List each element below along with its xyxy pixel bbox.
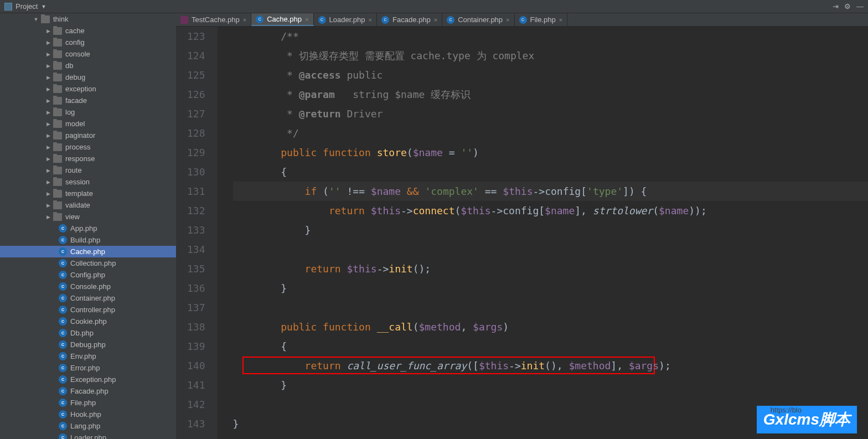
tree-file-Controller-php[interactable]: Controller.php xyxy=(0,304,176,316)
close-icon[interactable]: × xyxy=(559,17,562,23)
chevron-right-icon[interactable] xyxy=(45,28,51,34)
php-class-icon xyxy=(59,433,67,439)
tree-file-File-php[interactable]: File.php xyxy=(0,397,176,409)
chevron-right-icon[interactable] xyxy=(45,63,51,69)
minimize-icon[interactable]: — xyxy=(856,2,864,11)
tree-label: model xyxy=(65,120,85,128)
chevron-down-icon[interactable] xyxy=(33,17,39,22)
code-line-126[interactable]: * @param string $name 缓存标识 xyxy=(233,85,868,104)
code-line-139[interactable]: { xyxy=(233,337,868,356)
tree-file-Collection-php[interactable]: Collection.php xyxy=(0,257,176,269)
close-icon[interactable]: × xyxy=(305,16,308,23)
tree-folder-template[interactable]: template xyxy=(0,188,176,199)
tab-TestCache-php[interactable]: TestCache.php× xyxy=(176,13,251,26)
chevron-right-icon[interactable] xyxy=(45,86,51,92)
chevron-right-icon[interactable] xyxy=(45,75,51,80)
php-class-icon xyxy=(59,352,67,360)
tree-folder-route[interactable]: route xyxy=(0,164,176,176)
code-line-137[interactable] xyxy=(233,298,868,317)
tree-file-Exception-php[interactable]: Exception.php xyxy=(0,374,176,385)
tree-file-Db-php[interactable]: Db.php xyxy=(0,327,176,339)
tree-file-Loader-php[interactable]: Loader.php xyxy=(0,432,176,439)
tree-folder-paginator[interactable]: paginator xyxy=(0,130,176,141)
tree-file-App-php[interactable]: App.php xyxy=(0,223,176,234)
chevron-right-icon[interactable] xyxy=(45,110,51,115)
close-icon[interactable]: × xyxy=(506,17,509,23)
code-line-138[interactable]: public function __call($method, $args) xyxy=(233,317,868,337)
tree-file-Build-php[interactable]: Build.php xyxy=(0,234,176,246)
code-editor[interactable]: 1231241251261271281291301311321331341351… xyxy=(176,27,868,439)
chevron-right-icon[interactable] xyxy=(45,98,51,104)
tree-folder-cache[interactable]: cache xyxy=(0,25,176,37)
code-line-134[interactable] xyxy=(233,240,868,259)
code-line-132[interactable]: return $this->connect($this->config[$nam… xyxy=(233,201,868,220)
code-line-125[interactable]: * @access public xyxy=(233,65,868,85)
tree-folder-debug[interactable]: debug xyxy=(0,71,176,83)
tree-file-Lang-php[interactable]: Lang.php xyxy=(0,420,176,432)
code-line-140[interactable]: return call_user_func_array([$this->init… xyxy=(233,356,868,375)
tree-folder-process[interactable]: process xyxy=(0,141,176,153)
tree-folder-config[interactable]: config xyxy=(0,37,176,48)
tree-file-Error-php[interactable]: Error.php xyxy=(0,362,176,374)
collapse-icon[interactable]: ⇥ xyxy=(833,2,839,11)
chevron-right-icon[interactable] xyxy=(45,40,51,45)
project-tree-sidebar[interactable]: think cacheconfigconsoledbdebugexception… xyxy=(0,13,176,439)
tree-folder-session[interactable]: session xyxy=(0,176,176,188)
chevron-right-icon[interactable] xyxy=(45,168,51,173)
chevron-right-icon[interactable] xyxy=(45,191,51,197)
tree-file-Env-php[interactable]: Env.php xyxy=(0,350,176,362)
code-line-136[interactable]: } xyxy=(233,278,868,298)
code-line-141[interactable]: } xyxy=(233,375,868,395)
tree-folder-exception[interactable]: exception xyxy=(0,83,176,95)
folder-icon xyxy=(53,213,62,221)
code-line-127[interactable]: * @return Driver xyxy=(233,104,868,123)
tree-file-Hook-php[interactable]: Hook.php xyxy=(0,409,176,420)
code-line-131[interactable]: if ('' !== $name && 'complex' == $this->… xyxy=(233,182,868,201)
tree-folder-facade[interactable]: facade xyxy=(0,95,176,106)
tree-folder-console[interactable]: console xyxy=(0,48,176,60)
code-line-130[interactable]: { xyxy=(233,162,868,182)
chevron-right-icon[interactable] xyxy=(45,144,51,150)
chevron-right-icon[interactable] xyxy=(45,214,51,220)
close-icon[interactable]: × xyxy=(434,17,437,23)
chevron-right-icon[interactable] xyxy=(45,121,51,127)
tab-Facade-php[interactable]: Facade.php× xyxy=(377,13,442,26)
tree-label: App.php xyxy=(70,224,97,233)
gear-icon[interactable]: ⚙ xyxy=(844,2,851,11)
chevron-right-icon[interactable] xyxy=(45,203,51,208)
tab-Container-php[interactable]: Container.php× xyxy=(442,13,514,26)
tree-file-Cookie-php[interactable]: Cookie.php xyxy=(0,316,176,327)
tree-folder-model[interactable]: model xyxy=(0,118,176,130)
tab-label: Container.php xyxy=(458,16,503,24)
chevron-right-icon[interactable] xyxy=(45,179,51,185)
project-dropdown[interactable]: Project ▼ xyxy=(0,2,50,11)
close-icon[interactable]: × xyxy=(243,17,246,23)
chevron-right-icon[interactable] xyxy=(45,51,51,57)
tree-file-Facade-php[interactable]: Facade.php xyxy=(0,385,176,397)
tree-folder-log[interactable]: log xyxy=(0,106,176,118)
code-line-133[interactable]: } xyxy=(233,220,868,240)
close-icon[interactable]: × xyxy=(369,17,372,23)
tree-folder-validate[interactable]: validate xyxy=(0,199,176,211)
tree-file-Console-php[interactable]: Console.php xyxy=(0,281,176,292)
tree-root-think[interactable]: think xyxy=(0,13,176,25)
tree-file-Config-php[interactable]: Config.php xyxy=(0,269,176,281)
tree-folder-view[interactable]: view xyxy=(0,211,176,223)
folder-icon xyxy=(53,132,62,140)
tab-Loader-php[interactable]: Loader.php× xyxy=(314,13,378,26)
tree-folder-response[interactable]: response xyxy=(0,153,176,164)
tree-file-Container-php[interactable]: Container.php xyxy=(0,292,176,304)
tree-folder-db[interactable]: db xyxy=(0,60,176,71)
code-line-128[interactable]: */ xyxy=(233,123,868,143)
tab-Cache-php[interactable]: Cache.php× xyxy=(251,13,313,26)
code-line-135[interactable]: return $this->init(); xyxy=(233,259,868,278)
tree-file-Cache-php[interactable]: Cache.php xyxy=(0,246,176,257)
code-line-124[interactable]: * 切换缓存类型 需要配置 cache.type 为 complex xyxy=(233,46,868,65)
code-content[interactable]: /** * 切换缓存类型 需要配置 cache.type 为 complex *… xyxy=(218,27,868,439)
chevron-right-icon[interactable] xyxy=(45,156,51,162)
code-line-123[interactable]: /** xyxy=(233,27,868,46)
tree-file-Debug-php[interactable]: Debug.php xyxy=(0,339,176,350)
tab-File-php[interactable]: File.php× xyxy=(515,13,568,26)
chevron-right-icon[interactable] xyxy=(45,133,51,138)
code-line-129[interactable]: public function store($name = '') xyxy=(233,143,868,162)
